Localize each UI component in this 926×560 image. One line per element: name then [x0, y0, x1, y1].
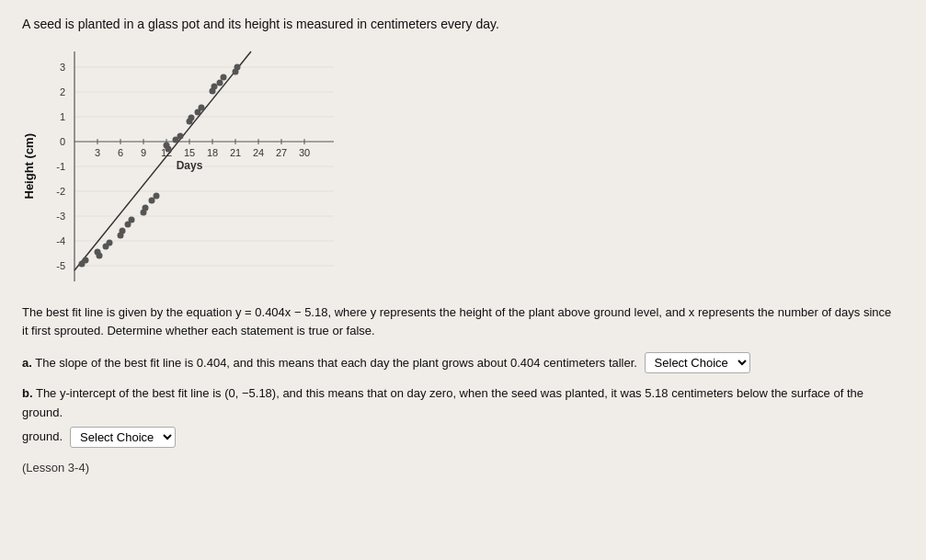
- svg-point-48: [120, 228, 126, 234]
- statement-a-text: The slope of the best fit line is 0.404,…: [35, 356, 637, 370]
- svg-point-68: [234, 64, 241, 71]
- best-fit-description: The best fit line is given by the equati…: [22, 303, 896, 339]
- statement-b-text: The y-intercept of the best fit line is …: [22, 386, 863, 419]
- statement-b-select-row: ground. Select Choice True False: [22, 427, 896, 448]
- svg-text:30: 30: [299, 147, 310, 158]
- statement-a: a. The slope of the best fit line is 0.4…: [22, 352, 896, 373]
- svg-text:18: 18: [207, 147, 218, 158]
- svg-text:-5: -5: [56, 260, 65, 271]
- statement-b: b. The y-intercept of the best fit line …: [22, 384, 896, 448]
- svg-text:21: 21: [230, 147, 241, 158]
- svg-text:Days: Days: [177, 159, 203, 172]
- statement-b-label: b.: [22, 386, 33, 400]
- svg-point-50: [129, 217, 135, 223]
- svg-point-46: [107, 240, 113, 246]
- svg-point-64: [211, 84, 218, 90]
- svg-point-54: [154, 193, 160, 200]
- statement-a-label: a.: [22, 356, 32, 370]
- statement-b-select[interactable]: Select Choice True False: [70, 427, 176, 448]
- svg-point-65: [217, 80, 223, 86]
- svg-text:-3: -3: [56, 211, 65, 222]
- svg-point-56: [166, 146, 172, 153]
- svg-text:24: 24: [253, 147, 264, 158]
- statement-a-select[interactable]: Select Choice True False: [645, 352, 750, 373]
- chart-container: 3 2 1 0 -1 -2 -3 -4 -5 3 6 9 12 15 18 21…: [40, 42, 352, 291]
- statement-b-ground-text: ground.: [22, 428, 63, 447]
- scatter-chart: 3 2 1 0 -1 -2 -3 -4 -5 3 6 9 12 15 18 21…: [40, 42, 352, 291]
- svg-point-60: [189, 115, 195, 121]
- svg-text:2: 2: [60, 86, 65, 97]
- svg-point-62: [199, 105, 205, 111]
- svg-point-52: [143, 205, 149, 211]
- svg-text:-4: -4: [56, 235, 65, 246]
- svg-text:15: 15: [184, 147, 195, 158]
- svg-line-40: [74, 51, 251, 270]
- svg-text:-1: -1: [56, 161, 65, 172]
- svg-text:9: 9: [141, 147, 146, 158]
- y-axis-label: Height (cm): [22, 133, 36, 200]
- svg-text:1: 1: [60, 111, 65, 122]
- chart-area: Height (cm): [22, 42, 904, 291]
- problem-intro: A seed is planted in a glass pot and its…: [22, 17, 904, 31]
- lesson-reference: (Lesson 3-4): [22, 461, 904, 474]
- svg-text:6: 6: [118, 147, 123, 158]
- svg-text:0: 0: [60, 136, 65, 147]
- svg-point-58: [177, 133, 184, 140]
- svg-text:-2: -2: [56, 186, 65, 197]
- svg-point-53: [149, 198, 155, 204]
- svg-text:27: 27: [276, 147, 287, 158]
- svg-point-42: [83, 257, 89, 264]
- svg-point-44: [97, 253, 103, 259]
- svg-point-66: [221, 74, 227, 81]
- svg-text:3: 3: [60, 62, 65, 73]
- svg-text:3: 3: [95, 147, 100, 158]
